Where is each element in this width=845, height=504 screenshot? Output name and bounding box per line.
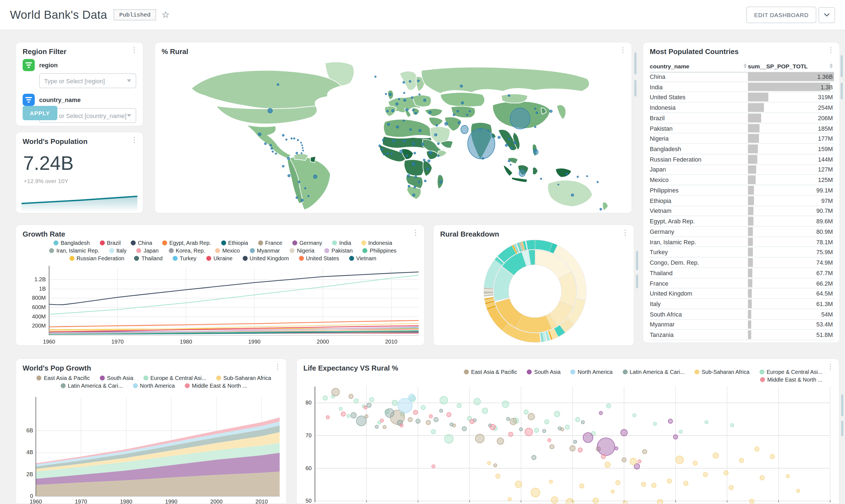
table-row[interactable]: Pakistan185M	[650, 123, 834, 133]
legend-item[interactable]: Japan	[137, 248, 159, 254]
table-row[interactable]: Nigeria177M	[650, 134, 834, 144]
legend-item[interactable]: Brazil	[100, 240, 121, 246]
legend-item[interactable]: Philippines	[363, 248, 397, 254]
life-expectancy-card: Life Expectancy VS Rural % ⋮ East Asia &…	[296, 358, 840, 504]
legend-item[interactable]: Ukraine	[206, 255, 233, 262]
legend-item[interactable]: North America	[133, 383, 175, 389]
table-row[interactable]: Ethiopia97M	[650, 196, 834, 206]
legend-dot	[242, 256, 247, 261]
table-row[interactable]: India1.3B	[650, 82, 834, 92]
table-row[interactable]: Turkey75.9M	[650, 247, 834, 257]
legend-item[interactable]: United States	[299, 255, 339, 262]
column-header-country[interactable]: country_name	[650, 60, 748, 72]
table-row[interactable]: United Kingdom64.5M	[650, 289, 834, 299]
table-row[interactable]: Myanmar53.4M	[650, 320, 834, 330]
legend-item[interactable]: East Asia & Pacific	[464, 369, 517, 375]
table-row[interactable]: Germany80.9M	[650, 227, 834, 237]
table-row[interactable]: Mexico125M	[650, 175, 834, 185]
scrollbar[interactable]	[636, 251, 638, 270]
legend-item[interactable]: Europe & Central Asi...	[759, 369, 822, 375]
life-expectancy-scatter-chart[interactable]: 50607080	[300, 384, 837, 503]
kebab-menu-icon[interactable]: ⋮	[131, 46, 138, 53]
legend-label: Nigeria	[297, 248, 314, 254]
legend-item[interactable]: Ethiopia	[221, 240, 248, 246]
kebab-menu-icon[interactable]: ⋮	[827, 46, 834, 53]
table-row[interactable]: Russian Federation144M	[650, 155, 834, 165]
legend-item[interactable]: Latin America & Cari...	[623, 369, 684, 375]
table-row[interactable]: Brazil206M	[650, 113, 834, 123]
world-choropleth-map[interactable]	[158, 56, 628, 213]
legend-item[interactable]: Thailand	[134, 255, 163, 262]
edit-dashboard-button[interactable]: EDIT DASHBOARD	[746, 6, 816, 23]
scrollbar[interactable]	[841, 394, 843, 416]
favorite-star-icon[interactable]: ☆	[162, 11, 169, 19]
table-row[interactable]: Bangladesh159M	[650, 144, 834, 154]
legend-item[interactable]: Vietnam	[349, 255, 376, 262]
legend-item[interactable]: China	[131, 240, 152, 246]
table-row[interactable]: South Africa54M	[650, 309, 834, 320]
kebab-menu-icon[interactable]: ⋮	[619, 46, 627, 53]
scrollbar[interactable]	[841, 421, 843, 436]
kebab-menu-icon[interactable]: ⋮	[827, 363, 834, 370]
apply-button[interactable]: APPLY	[23, 106, 57, 120]
legend-item[interactable]: Turkey	[173, 255, 196, 262]
table-row[interactable]: Tanzania51.8M	[650, 330, 834, 340]
table-row[interactable]: Italy61.3M	[650, 299, 834, 309]
legend-item[interactable]: India	[332, 240, 351, 246]
filter-select-region[interactable]: Type or Select [region]	[39, 73, 136, 88]
legend-item[interactable]: North America	[571, 369, 613, 375]
growth-line-chart[interactable]: 196019701980199020002010200M400M600M800M…	[17, 265, 423, 345]
scrollbar[interactable]	[841, 83, 843, 99]
header-menu-chevron-button[interactable]	[819, 7, 835, 23]
legend-item[interactable]: Russian Federation	[70, 255, 124, 262]
rural-sunburst-chart[interactable]	[433, 226, 634, 346]
scrollbar[interactable]	[841, 55, 843, 77]
pop-growth-area-chart[interactable]: 19601970198019902000201002B4B6B	[17, 397, 285, 504]
life-legend: East Asia & PacificSouth AsiaNorth Ameri…	[440, 369, 822, 383]
legend-item[interactable]: South Asia	[527, 369, 561, 375]
legend-item[interactable]: South Asia	[100, 375, 133, 381]
table-row[interactable]: Japan127M	[650, 165, 834, 175]
published-badge[interactable]: Published	[114, 10, 156, 20]
legend-item[interactable]: Middle East & North ...	[185, 383, 247, 389]
pop-growth-legend: East Asia & PacificSouth AsiaEurope & Ce…	[35, 375, 272, 389]
legend-item[interactable]: Egypt, Arab Rep.	[162, 240, 211, 246]
table-row[interactable]: Egypt, Arab Rep.89.6M	[650, 216, 834, 227]
table-row[interactable]: Philippines99.1M	[650, 185, 834, 196]
kebab-menu-icon[interactable]: ⋮	[412, 229, 419, 236]
legend-item[interactable]: Pakistan	[324, 248, 353, 254]
population-sparkline-chart[interactable]	[20, 188, 140, 212]
legend-item[interactable]: Latin America & Cari...	[61, 383, 123, 389]
table-row[interactable]: China1.36B	[650, 72, 834, 82]
table-row[interactable]: Indonesia254M	[650, 103, 834, 113]
table-row[interactable]: Iran, Islamic Rep.78.1M	[650, 237, 834, 247]
table-row[interactable]: Vietnam90.7M	[650, 206, 834, 216]
scrollbar[interactable]	[634, 52, 636, 74]
legend-item[interactable]: Myanmar	[250, 248, 280, 254]
legend-item[interactable]: Indonesia	[361, 240, 392, 246]
legend-item[interactable]: Korea, Rep.	[168, 248, 205, 254]
legend-item[interactable]: Bangladesh	[54, 240, 90, 246]
legend-item[interactable]: Mexico	[215, 248, 240, 254]
legend-item[interactable]: France	[258, 240, 282, 246]
table-row[interactable]: Thailand67.7M	[650, 268, 834, 278]
table-row[interactable]: Congo, Dem. Rep.74.9M	[650, 257, 834, 268]
kebab-menu-icon[interactable]: ⋮	[274, 363, 281, 370]
legend-item[interactable]: Nigeria	[290, 248, 314, 254]
table-row[interactable]: France66.2M	[650, 278, 834, 288]
legend-dot	[258, 240, 263, 246]
legend-item[interactable]: Germany	[292, 240, 322, 246]
table-row[interactable]: United States319M	[650, 92, 834, 103]
legend-item[interactable]: Middle East & North ...	[760, 377, 822, 383]
legend-item[interactable]: East Asia & Pacific	[37, 375, 90, 381]
kebab-menu-icon[interactable]: ⋮	[131, 136, 138, 143]
legend-item[interactable]: Europe & Central Asi...	[143, 375, 206, 381]
legend-item[interactable]: Italy	[109, 248, 127, 254]
legend-item[interactable]: United Kingdom	[242, 255, 289, 262]
legend-item[interactable]: Sub-Saharan Africa	[216, 375, 271, 381]
legend-item[interactable]: Iran, Islamic Rep.	[49, 248, 99, 254]
scrollbar[interactable]	[636, 275, 638, 288]
column-header-population[interactable]: sum__SP_POP_TOTL	[748, 60, 834, 72]
scrollbar[interactable]	[634, 80, 636, 96]
legend-item[interactable]: Sub-Saharan Africa	[695, 369, 749, 375]
